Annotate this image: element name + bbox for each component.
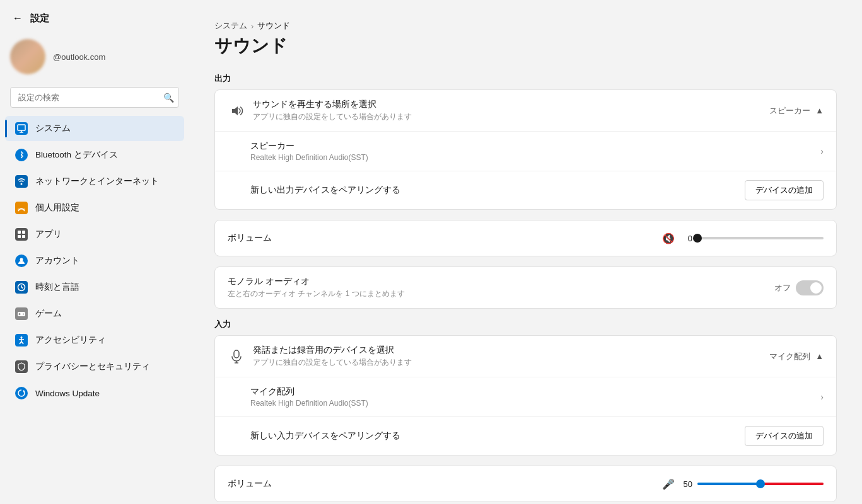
mono-state-label: オフ xyxy=(774,282,791,294)
sidebar-item-label-system: システム xyxy=(35,123,71,134)
svg-line-20 xyxy=(21,341,23,344)
breadcrumb: システム › サウンド xyxy=(214,20,837,32)
output-select-row[interactable]: サウンドを再生する場所を選択 アプリに独自の設定をしている場合があります スピー… xyxy=(215,90,836,132)
input-volume-fill-blue xyxy=(697,483,760,485)
sidebar-item-time[interactable]: 時刻と言語 xyxy=(5,275,184,300)
search-icon[interactable]: 🔍 xyxy=(163,93,174,103)
svg-rect-0 xyxy=(18,125,25,130)
svg-rect-5 xyxy=(22,231,25,234)
mono-audio-card: モノラル オーディオ 左と右のオーディオ チャンネルを 1 つにまとめます オフ xyxy=(214,266,837,309)
input-mic-row[interactable]: マイク配列 Realtek High Definition Audio(SST)… xyxy=(215,377,836,417)
sidebar-item-account[interactable]: アカウント xyxy=(5,248,184,273)
windows-update-icon xyxy=(15,387,28,399)
sidebar-item-bluetooth[interactable]: ᛒ Bluetooth とデバイス xyxy=(5,142,184,168)
mono-audio-row: モノラル オーディオ 左と右のオーディオ チャンネルを 1 つにまとめます オフ xyxy=(215,267,836,308)
search-input[interactable] xyxy=(10,87,179,108)
input-volume-label: ボリューム xyxy=(228,478,655,490)
account-icon xyxy=(15,255,28,267)
input-expand-icon[interactable]: ▲ xyxy=(815,352,824,361)
input-mic-subtitle: Realtek High Definition Audio(SST) xyxy=(250,399,813,408)
input-volume-slider[interactable] xyxy=(697,483,824,485)
input-select-value: マイク配列 xyxy=(769,351,810,362)
sidebar-item-game[interactable]: ゲーム xyxy=(5,301,184,326)
svg-line-11 xyxy=(21,287,23,289)
input-select-right: マイク配列 ▲ xyxy=(769,351,824,362)
sidebar-item-label-update: Windows Update xyxy=(35,389,100,398)
speaker-select-icon xyxy=(228,102,245,120)
input-card: 発話または録音用のデバイスを選択 アプリに独自の設定をしている場合があります マ… xyxy=(214,335,837,455)
input-mic-title: マイク配列 xyxy=(250,386,813,398)
svg-rect-7 xyxy=(22,235,25,238)
input-volume-thumb[interactable] xyxy=(756,479,765,488)
output-expand-icon[interactable]: ▲ xyxy=(815,106,824,115)
profile-section: @outlook.com xyxy=(0,32,189,82)
sidebar-item-label-personal: 個人用設定 xyxy=(35,202,79,214)
mono-audio-right: オフ xyxy=(774,280,824,295)
privacy-icon xyxy=(15,360,28,373)
search-box: 🔍 xyxy=(10,87,179,108)
output-volume-label: ボリューム xyxy=(228,232,655,244)
input-volume-fill-red xyxy=(760,483,824,485)
output-select-content: サウンドを再生する場所を選択 アプリに独自の設定をしている場合があります xyxy=(253,99,762,122)
output-select-subtitle: アプリに独自の設定をしている場合があります xyxy=(253,112,762,122)
input-volume-controls: 🎤 50 xyxy=(662,478,824,490)
input-select-subtitle: アプリに独自の設定をしている場合があります xyxy=(253,357,762,368)
output-speaker-title: スピーカー xyxy=(250,140,813,152)
svg-point-16 xyxy=(21,336,23,338)
sidebar-item-label-apps: アプリ xyxy=(35,229,62,240)
mono-audio-toggle[interactable] xyxy=(796,280,824,295)
sidebar-item-label-accessibility: アクセシビリティ xyxy=(35,335,106,346)
input-mic-icon: 🎤 xyxy=(662,478,675,490)
sidebar-item-privacy[interactable]: プライバシーとセキュリティ xyxy=(5,354,184,379)
input-select-content: 発話または録音用のデバイスを選択 アプリに独自の設定をしている場合があります xyxy=(253,345,762,368)
input-add-device-button[interactable]: デバイスの追加 xyxy=(745,426,824,446)
sidebar-item-apps[interactable]: アプリ xyxy=(5,222,184,247)
input-pair-content: 新しい入力デバイスをペアリングする xyxy=(250,430,737,442)
output-volume-slider[interactable] xyxy=(697,237,824,239)
output-speaker-row[interactable]: スピーカー Realtek High Definition Audio(SST)… xyxy=(215,132,836,171)
output-volume-controls: 🔇 0 xyxy=(662,232,824,244)
sidebar: ← 設定 @outlook.com 🔍 システム ᛒ Bluetooth とデバ… xyxy=(0,0,189,504)
output-volume-thumb[interactable] xyxy=(693,234,702,243)
output-volume-row: ボリューム 🔇 0 xyxy=(215,220,836,256)
svg-marker-22 xyxy=(232,106,238,115)
sidebar-header: ← 設定 xyxy=(0,0,189,32)
svg-point-3 xyxy=(21,183,23,185)
input-pair-title: 新しい入力デバイスをペアリングする xyxy=(250,430,737,442)
svg-rect-4 xyxy=(18,231,21,234)
output-volume-number: 0 xyxy=(680,234,692,243)
output-card: サウンドを再生する場所を選択 アプリに独自の設定をしている場合があります スピー… xyxy=(214,89,837,210)
sidebar-item-label-bluetooth: Bluetooth とデバイス xyxy=(35,149,118,161)
input-select-row[interactable]: 発話または録音用のデバイスを選択 アプリに独自の設定をしている場合があります マ… xyxy=(215,336,836,377)
breadcrumb-system[interactable]: システム xyxy=(214,20,247,32)
input-section-label: 入力 xyxy=(214,319,837,330)
sidebar-item-network[interactable]: ネットワークとインターネット xyxy=(5,169,184,194)
output-pair-title: 新しい出力デバイスをペアリングする xyxy=(250,185,737,196)
system-icon xyxy=(15,122,28,135)
sidebar-item-accessibility[interactable]: アクセシビリティ xyxy=(5,328,184,353)
svg-point-15 xyxy=(23,314,24,315)
input-mic-content: マイク配列 Realtek High Definition Audio(SST) xyxy=(250,386,813,408)
input-volume-number: 50 xyxy=(680,479,692,489)
sidebar-item-label-account: アカウント xyxy=(35,255,79,266)
output-section-label: 出力 xyxy=(214,73,837,84)
back-button[interactable]: ← xyxy=(10,10,25,26)
input-mic-chevron: › xyxy=(820,392,824,402)
output-mute-icon[interactable]: 🔇 xyxy=(662,232,675,244)
output-select-value: スピーカー xyxy=(769,105,810,117)
game-icon xyxy=(15,307,28,320)
personal-icon xyxy=(15,202,28,214)
app-title: 設定 xyxy=(30,13,49,25)
sidebar-item-update[interactable]: Windows Update xyxy=(5,381,184,406)
mono-audio-subtitle: 左と右のオーディオ チャンネルを 1 つにまとめます xyxy=(228,289,767,299)
sidebar-item-label-network: ネットワークとインターネット xyxy=(35,176,159,187)
input-select-title: 発話または録音用のデバイスを選択 xyxy=(253,345,762,356)
output-add-device-button[interactable]: デバイスの追加 xyxy=(745,180,824,200)
sidebar-item-system[interactable]: システム xyxy=(5,116,184,141)
profile-email: @outlook.com xyxy=(53,52,105,62)
bluetooth-icon: ᛒ xyxy=(15,149,28,161)
sidebar-item-personal[interactable]: 個人用設定 xyxy=(5,195,184,220)
sidebar-item-label-game: ゲーム xyxy=(35,308,62,319)
sidebar-item-label-time: 時刻と言語 xyxy=(35,282,79,293)
network-icon xyxy=(15,175,28,188)
